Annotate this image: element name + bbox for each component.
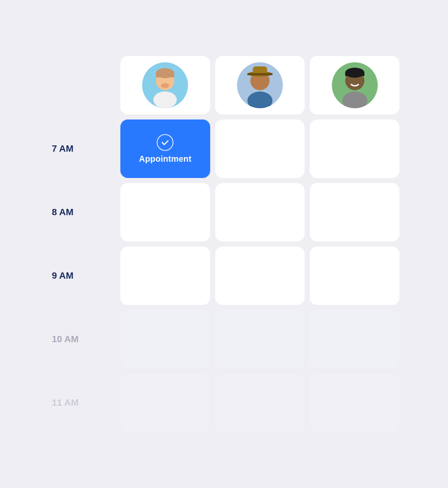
time-label-9am: 9 AM xyxy=(48,247,115,305)
slot-11am-col4[interactable] xyxy=(310,374,400,432)
slot-11am-col2[interactable] xyxy=(120,374,210,432)
avatar-2 xyxy=(237,62,283,108)
slot-8am-col3[interactable] xyxy=(215,183,305,241)
avatar-cell-3 xyxy=(310,56,400,114)
time-label-8am: 8 AM xyxy=(48,183,115,241)
svg-rect-11 xyxy=(247,73,272,75)
slot-8am-col4[interactable] xyxy=(310,183,400,241)
svg-point-5 xyxy=(161,83,169,88)
time-label-11am: 11 AM xyxy=(48,374,115,432)
avatar-1 xyxy=(142,62,188,108)
avatar-cell-1 xyxy=(120,56,210,114)
calendar-container: 7 AM Appointment 8 AM 9 AM xyxy=(32,39,416,449)
slot-7am-col4[interactable] xyxy=(310,119,400,178)
svg-rect-4 xyxy=(156,73,174,77)
slot-7am-col3[interactable] xyxy=(215,119,305,178)
svg-rect-16 xyxy=(345,73,364,76)
slot-9am-col4[interactable] xyxy=(310,247,400,305)
svg-point-1 xyxy=(153,92,177,108)
slot-9am-col3[interactable] xyxy=(215,247,305,305)
slot-11am-col3[interactable] xyxy=(215,374,305,432)
appointment-label: Appointment xyxy=(139,154,192,164)
time-label-7am: 7 AM xyxy=(48,119,115,178)
appointment-cell[interactable]: Appointment xyxy=(120,119,210,178)
header-empty-cell xyxy=(48,56,115,114)
check-circle-icon xyxy=(157,134,173,151)
slot-10am-col4[interactable] xyxy=(310,310,400,369)
calendar-grid: 7 AM Appointment 8 AM 9 AM xyxy=(48,56,400,432)
avatar-cell-2 xyxy=(215,56,305,114)
avatar-3 xyxy=(332,62,378,108)
slot-10am-col2[interactable] xyxy=(120,310,210,369)
slot-10am-col3[interactable] xyxy=(215,310,305,369)
slot-9am-col2[interactable] xyxy=(120,247,210,305)
time-label-10am: 10 AM xyxy=(48,310,115,369)
slot-8am-col2[interactable] xyxy=(120,183,210,241)
